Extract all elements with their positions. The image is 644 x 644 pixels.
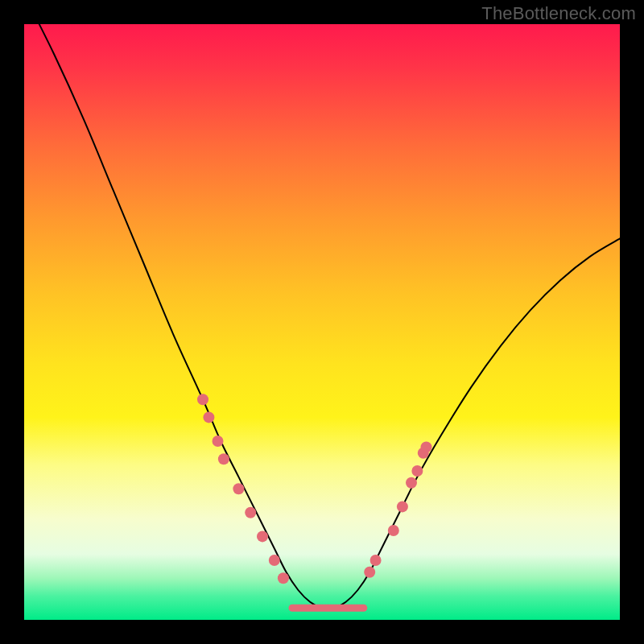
- data-marker: [203, 411, 214, 423]
- data-marker: [406, 477, 417, 489]
- curve-layer: [24, 0, 620, 609]
- chart-stage: TheBottleneck.com: [0, 0, 644, 644]
- data-marker: [213, 436, 224, 447]
- plot-area: [24, 24, 620, 620]
- data-marker: [257, 530, 268, 542]
- data-marker: [269, 555, 280, 566]
- data-marker: [364, 567, 375, 578]
- chart-svg: [24, 24, 620, 620]
- bottleneck-curve: [24, 0, 620, 609]
- data-marker: [218, 453, 229, 464]
- data-marker: [370, 555, 382, 566]
- data-marker: [245, 507, 256, 518]
- data-marker: [388, 525, 399, 536]
- data-marker: [278, 572, 289, 584]
- data-marker: [411, 465, 423, 477]
- data-marker: [421, 441, 432, 452]
- marker-layer: [197, 394, 432, 584]
- watermark-text: TheBottleneck.com: [481, 3, 636, 24]
- data-marker: [233, 483, 244, 494]
- data-marker: [197, 394, 208, 405]
- data-marker: [397, 501, 408, 512]
